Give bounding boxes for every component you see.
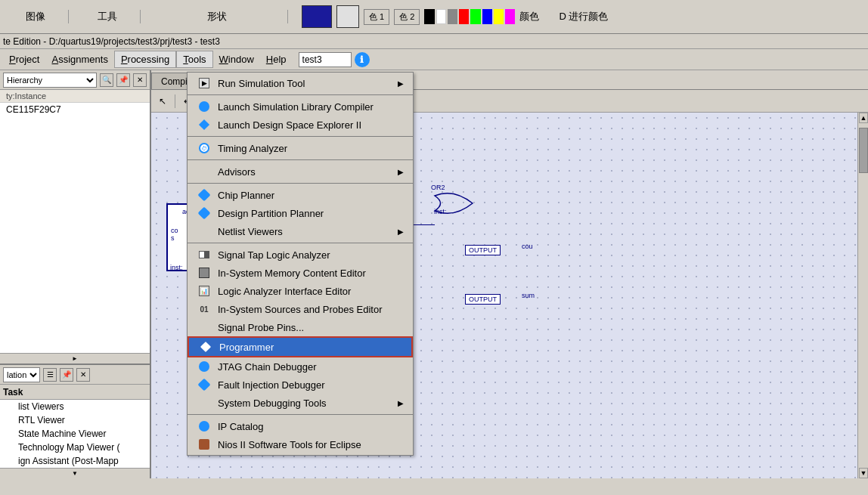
color-white[interactable]	[436, 9, 446, 24]
menubar: Project Assignments Processing Tools Win…	[0, 49, 868, 70]
toolbar-select-btn[interactable]: ↖	[154, 93, 171, 110]
task-scroll-down[interactable]: ▼	[0, 468, 150, 478]
netlist-viewers-arrow: ▶	[398, 227, 404, 236]
sidebar-content: ty:Instance CE115F29C7	[0, 90, 150, 353]
titlebar: te Edition - D:/quartus19/projects/test3…	[0, 34, 868, 49]
instance-item[interactable]: CE115F29C7	[0, 103, 150, 116]
dropdown-programmer[interactable]: Programmer	[188, 336, 413, 357]
menu-project[interactable]: Project	[3, 51, 45, 67]
top-toolbar: 图像 工具 形状 色 1 色 2 颜色 D 进行颜色	[0, 0, 868, 34]
signal-probe-icon	[197, 321, 212, 333]
run-simulation-icon: ▶	[197, 77, 212, 89]
dropdown-memory-editor[interactable]: In-System Memory Content Editor	[188, 264, 413, 282]
task-close-btn[interactable]: ✕	[76, 368, 90, 382]
dropdown-advisors[interactable]: Advisors ▶	[188, 162, 413, 181]
dropdown-fault-injection[interactable]: Fault Injection Debugger	[188, 376, 413, 394]
nios-icon	[197, 438, 212, 450]
dropdown-logic-analyzer[interactable]: 📊 Logic Analyzer Interface Editor	[188, 282, 413, 300]
dropdown-netlist-viewers[interactable]: Netlist Viewers ▶	[188, 222, 413, 240]
netlist-viewers-icon	[197, 225, 212, 237]
task-list-btn[interactable]: ☰	[43, 368, 57, 382]
sidebar-pin-btn[interactable]: 📌	[116, 73, 130, 87]
dropdown-sep-1	[188, 94, 413, 95]
color-gray[interactable]	[448, 9, 457, 24]
dropdown-sep-5	[188, 243, 413, 243]
color-magenta[interactable]	[505, 9, 515, 24]
ip-catalog-icon	[197, 420, 212, 432]
output-box-1: OUTPUT	[465, 245, 501, 255]
menu-processing[interactable]: Processing	[114, 51, 176, 68]
task-column-header: Task	[3, 387, 23, 398]
dse-icon	[197, 119, 212, 131]
tools-dropdown: ▶ Run Simulation Tool ▶ Launch Simulatio…	[187, 72, 414, 456]
dropdown-nios[interactable]: Nios II Software Tools for Eclipse	[188, 435, 413, 453]
logic-analyzer-icon: 📊	[197, 285, 212, 297]
memory-editor-icon	[197, 267, 212, 279]
color-section-label: 颜色	[519, 10, 539, 23]
scrollbar-vertical[interactable]: ▲ ▼	[857, 113, 868, 478]
output-box-2: OUTPUT	[465, 294, 501, 305]
dropdown-jtag[interactable]: JTAG Chain Debugger	[188, 357, 413, 376]
signal-tap-icon	[197, 249, 212, 261]
bottom-panel-header: lation ☰ 📌 ✕	[0, 365, 150, 385]
menu-assignments[interactable]: Assignments	[45, 51, 113, 67]
scroll-up-btn[interactable]: ▲	[859, 113, 868, 123]
color-blue[interactable]	[482, 9, 492, 24]
scroll-down-btn[interactable]: ▼	[859, 468, 868, 478]
dropdown-system-debug[interactable]: System Debugging Tools ▶	[188, 394, 413, 412]
dropdown-ip-catalog[interactable]: IP Catalog	[188, 417, 413, 435]
task-item-list-viewers[interactable]: list Viewers	[0, 400, 150, 413]
timing-icon: ⏱	[197, 142, 212, 154]
task-header-row: Task	[0, 385, 150, 400]
dropdown-sep-4	[188, 183, 413, 184]
color-btn-1[interactable]: 色 1	[364, 9, 389, 25]
task-item-rtl-viewer[interactable]: RTL Viewer	[0, 413, 150, 427]
color-swatch-gray[interactable]	[336, 5, 359, 28]
menu-window[interactable]: Window	[213, 51, 260, 67]
or-gate: OR2 inst:	[431, 181, 476, 218]
task-pin-btn[interactable]: 📌	[60, 368, 73, 382]
advisors-arrow: ▶	[398, 168, 404, 176]
image-section-label: 图像	[3, 10, 69, 23]
menu-help[interactable]: Help	[260, 51, 293, 67]
dropdown-chip-planner[interactable]: Chip Planner	[188, 186, 413, 204]
color-green[interactable]	[470, 9, 480, 24]
programmer-icon	[198, 341, 213, 353]
dropdown-launch-dse[interactable]: Launch Design Space Explorer II	[188, 116, 413, 134]
search-input[interactable]	[302, 54, 348, 65]
task-item-sign-assistant[interactable]: ign Assistant (Post-Mapp	[0, 454, 150, 468]
scroll-thumb[interactable]	[859, 128, 868, 173]
task-item-state-machine[interactable]: State Machine Viewer	[0, 427, 150, 441]
sidebar-search-btn[interactable]: 🔍	[100, 73, 113, 87]
jtag-icon	[197, 360, 212, 373]
dropdown-signal-probe[interactable]: Signal Probe Pins...	[188, 318, 413, 336]
fault-injection-icon	[197, 379, 212, 391]
dropdown-signal-tap[interactable]: Signal Tap Logic Analyzer	[188, 246, 413, 264]
color-red[interactable]	[459, 9, 469, 24]
dropdown-run-simulation[interactable]: ▶ Run Simulation Tool ▶	[188, 74, 413, 92]
dropdown-sep-2	[188, 136, 413, 137]
dropdown-launch-sim-lib[interactable]: Launch Simulation Library Compiler	[188, 97, 413, 116]
dropdown-sep-3	[188, 159, 413, 160]
sidebar-scroll-right[interactable]: ►	[0, 353, 150, 364]
sim-lib-icon	[197, 101, 212, 113]
sidebar-close-btn[interactable]: ✕	[133, 73, 147, 87]
color-swatch-blue[interactable]	[302, 5, 332, 28]
color-btn-2[interactable]: 色 2	[394, 9, 420, 25]
dropdown-sources-probes[interactable]: 01 In-System Sources and Probes Editor	[188, 300, 413, 318]
cou-label: cou	[522, 243, 533, 250]
task-item-tech-map[interactable]: Technology Map Viewer (	[0, 441, 150, 454]
dropdown-timing[interactable]: ⏱ Timing Analyzer	[188, 139, 413, 157]
color-black[interactable]	[424, 9, 434, 24]
system-debug-arrow: ▶	[398, 399, 404, 407]
sum-label: sum	[522, 292, 535, 299]
task-select[interactable]: lation	[3, 367, 40, 382]
color-yellow[interactable]	[494, 9, 504, 24]
type-label: ty:Instance	[0, 90, 150, 103]
tools-section-label: 工具	[75, 10, 141, 23]
menu-tools[interactable]: Tools	[176, 51, 212, 68]
hierarchy-select[interactable]: Hierarchy	[3, 73, 97, 88]
shape-section-label: 形状	[147, 10, 288, 23]
left-sidebar: Hierarchy 🔍 📌 ✕ ty:Instance CE115F29C7 ►…	[0, 70, 151, 478]
dropdown-design-partition[interactable]: Design Partition Planner	[188, 204, 413, 222]
